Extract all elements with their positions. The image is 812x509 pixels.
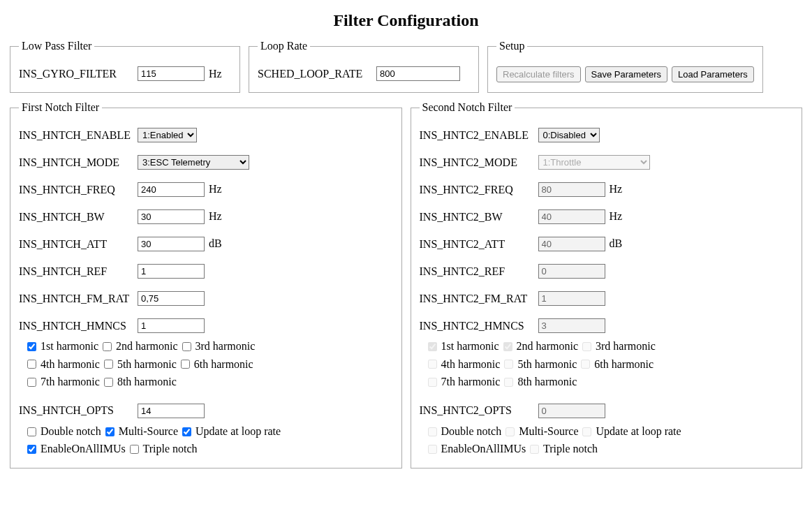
notch1-ins_hntch_fm_rat-label: INS_HNTCH_FM_RAT — [19, 293, 138, 305]
notch2-harmonic-2-label: 2nd harmonic — [503, 340, 578, 352]
gyro-filter-unit: Hz — [209, 68, 222, 80]
looprate-legend: Loop Rate — [258, 40, 310, 52]
notch2-opt-1-label: Multi-Source — [505, 425, 578, 437]
notch2-harmonic-8-label: 8th harmonic — [504, 376, 577, 388]
notch1-opt-4-checkbox[interactable] — [130, 445, 139, 454]
notch1-bw-unit: Hz — [209, 210, 222, 222]
notch2-ins_hntc2_att-label: INS_HNTC2_ATT — [420, 238, 538, 251]
notch2-ins_hntc2_mode-label: INS_HNTC2_MODE — [420, 156, 538, 169]
notch1-opt-0-checkbox[interactable] — [27, 427, 36, 436]
notch2-bw-input — [538, 209, 605, 224]
notch1-opt-2-checkbox[interactable] — [182, 427, 191, 436]
notch1-opt-3-checkbox[interactable] — [27, 445, 36, 454]
notch1-ins_hntch_freq-label: INS_HNTCH_FREQ — [19, 184, 138, 196]
notch1-harmonic-7-checkbox[interactable] — [27, 378, 36, 387]
notch1-opt-0-label: Double notch — [27, 425, 101, 437]
notch1-ins_hntch_att-label: INS_HNTCH_ATT — [19, 238, 138, 251]
looprate-fieldset: Loop Rate SCHED_LOOP_RATE — [249, 40, 479, 93]
notch1-harmonic-3-checkbox[interactable] — [182, 342, 191, 351]
notch1-opts-label: INS_HNTCH_OPTS — [19, 404, 138, 417]
notch1-harmonic-2-label: 2nd harmonic — [103, 340, 177, 352]
notch1-harmonic-2-checkbox[interactable] — [103, 342, 112, 351]
gyro-filter-input[interactable] — [138, 66, 205, 81]
sched-loop-rate-label: SCHED_LOOP_RATE — [258, 68, 376, 80]
notch2-att-unit: dB — [610, 237, 623, 249]
notch1-opt-3-label: EnableOnAllIMUs — [27, 443, 126, 455]
notch2-enable-select[interactable]: 0:Disabled — [538, 128, 600, 142]
notch2-fmrat-input — [538, 291, 605, 306]
notch1-freq-unit: Hz — [209, 183, 222, 195]
gyro-filter-label: INS_GYRO_FILTER — [19, 68, 138, 80]
notch2-mode-select: 1:Throttle — [538, 155, 650, 170]
notch2-opt-0-label: Double notch — [428, 425, 502, 437]
notch1-harmonic-4-label: 4th harmonic — [27, 358, 100, 370]
notch2-harmonic-7-checkbox — [428, 378, 437, 387]
notch2-legend: Second Notch Filter — [420, 101, 515, 114]
notch2-ins_hntc2_freq-label: INS_HNTC2_FREQ — [420, 184, 538, 196]
notch2-ins_hntc2_bw-label: INS_HNTC2_BW — [420, 211, 538, 223]
notch2-harmonic-6-label: 6th harmonic — [581, 358, 654, 370]
notch1-opt-2-label: Update at loop rate — [182, 425, 281, 437]
notch2-opts-input — [538, 404, 605, 418]
setup-legend: Setup — [496, 40, 527, 52]
notch1-fmrat-input[interactable] — [138, 291, 205, 306]
notch1-bw-input[interactable] — [138, 209, 205, 224]
notch1-harmonic-5-label: 5th harmonic — [104, 358, 177, 370]
notch1-harmonic-8-label: 8th harmonic — [104, 376, 177, 388]
notch2-opt-2-label: Update at loop rate — [582, 425, 681, 437]
notch1-harmonic-1-checkbox[interactable] — [27, 342, 36, 351]
notch1-freq-input[interactable] — [138, 182, 205, 197]
notch1-mode-select[interactable]: 3:ESC Telemetry — [138, 155, 249, 170]
first-notch-fieldset: First Notch FilterINS_HNTCH_ENABLE1:Enab… — [10, 101, 402, 469]
notch1-att-unit: dB — [209, 237, 222, 249]
notch1-legend: First Notch Filter — [19, 101, 102, 114]
notch2-freq-unit: Hz — [610, 183, 623, 195]
notch2-harmonic-1-checkbox — [428, 342, 437, 351]
notch1-opt-4-label: Triple notch — [130, 443, 198, 455]
notch2-opt-3-checkbox — [428, 445, 437, 454]
notch2-harmonic-8-checkbox — [504, 378, 513, 387]
notch2-opt-1-checkbox — [505, 427, 515, 436]
notch1-opt-1-checkbox[interactable] — [105, 427, 115, 436]
notch1-ins_hntch_mode-label: INS_HNTCH_MODE — [19, 156, 138, 169]
notch1-harmonic-6-label: 6th harmonic — [181, 358, 253, 370]
notch1-hmncs-label: INS_HNTCH_HMNCS — [19, 320, 138, 332]
notch2-ref-input — [538, 264, 605, 279]
notch2-harmonic-7-label: 7th harmonic — [428, 376, 501, 388]
notch1-hmncs-input[interactable] — [138, 318, 205, 333]
notch2-harmonic-1-label: 1st harmonic — [428, 340, 499, 352]
save-parameters-button[interactable]: Save Parameters — [585, 66, 667, 82]
load-parameters-button[interactable]: Load Parameters — [672, 66, 754, 82]
notch2-ins_hntc2_ref-label: INS_HNTC2_REF — [420, 265, 538, 278]
notch2-harmonic-2-checkbox — [503, 342, 512, 351]
notch2-harmonic-4-label: 4th harmonic — [428, 358, 501, 370]
notch1-att-input[interactable] — [138, 237, 205, 251]
notch1-harmonic-8-checkbox[interactable] — [104, 378, 113, 387]
lowpass-legend: Low Pass Filter — [19, 40, 94, 52]
notch2-harmonic-5-label: 5th harmonic — [504, 358, 577, 370]
notch2-opt-0-checkbox — [428, 427, 437, 436]
notch1-harmonic-6-checkbox[interactable] — [181, 360, 190, 369]
sched-loop-rate-input[interactable] — [376, 66, 460, 81]
lowpass-fieldset: Low Pass Filter INS_GYRO_FILTER Hz — [10, 40, 240, 93]
notch1-ins_hntch_ref-label: INS_HNTCH_REF — [19, 265, 138, 278]
notch2-harmonic-3-checkbox — [582, 342, 591, 351]
notch2-opt-4-checkbox — [530, 445, 539, 454]
notch1-opts-input[interactable] — [138, 404, 205, 418]
notch1-harmonic-5-checkbox[interactable] — [104, 360, 113, 369]
notch2-harmonic-3-label: 3rd harmonic — [582, 340, 656, 352]
notch2-opt-3-label: EnableOnAllIMUs — [428, 443, 526, 455]
notch1-harmonic-3-label: 3rd harmonic — [182, 340, 256, 352]
notch2-harmonic-4-checkbox — [428, 360, 437, 369]
notch2-ins_hntc2_enable-label: INS_HNTC2_ENABLE — [420, 129, 538, 142]
notch1-harmonic-1-label: 1st harmonic — [27, 340, 98, 352]
notch1-ref-input[interactable] — [138, 264, 205, 279]
setup-fieldset: Setup Recalculate filters Save Parameter… — [487, 40, 763, 93]
notch1-ins_hntch_bw-label: INS_HNTCH_BW — [19, 211, 138, 223]
notch1-harmonic-7-label: 7th harmonic — [27, 376, 100, 388]
notch2-att-input — [538, 237, 605, 251]
page-title: Filter Configuration — [10, 11, 802, 30]
notch1-harmonic-4-checkbox[interactable] — [27, 360, 36, 369]
notch1-opt-1-label: Multi-Source — [105, 425, 178, 437]
notch1-enable-select[interactable]: 1:Enabled — [138, 128, 197, 142]
